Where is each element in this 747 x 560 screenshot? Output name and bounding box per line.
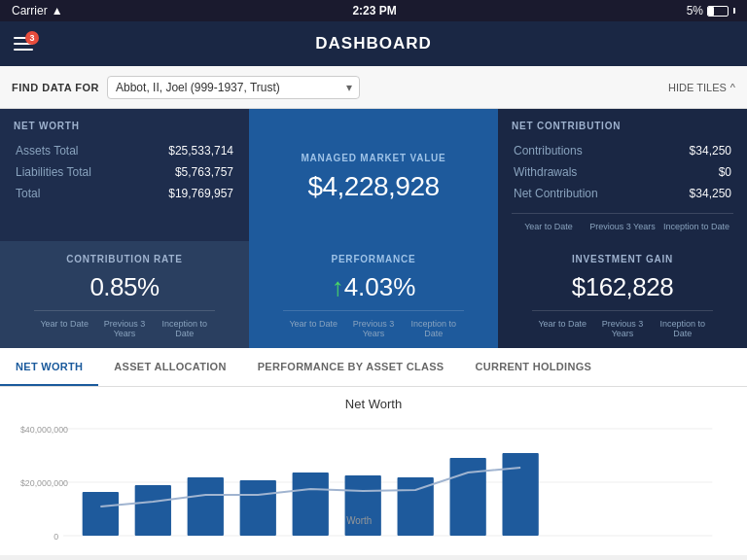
investment-gain-title: INVESTMENT GAIN bbox=[512, 254, 733, 264]
tab-cr-inception-to-date[interactable]: Inception to Date bbox=[155, 317, 215, 340]
svg-text:0: 0 bbox=[53, 532, 58, 542]
svg-text:Worth: Worth bbox=[346, 515, 372, 526]
total-value: $19,769,957 bbox=[134, 184, 233, 203]
mmv-value: $4,228,928 bbox=[307, 171, 439, 202]
hide-tiles-chevron: ^ bbox=[730, 82, 735, 93]
net-contribution-title: NET CONTRIBUTION bbox=[512, 121, 733, 131]
status-left: Carrier ▲ bbox=[12, 4, 63, 18]
liabilities-label: Liabilities Total bbox=[16, 162, 132, 182]
tile-performance: PERFORMANCE ↑4.03% Year to Date Previous… bbox=[249, 241, 498, 348]
hide-tiles-button[interactable]: HIDE TILES ^ bbox=[668, 82, 735, 93]
battery-cap bbox=[733, 8, 735, 14]
withdrawals-label: Withdrawals bbox=[514, 162, 658, 182]
tile-contribution-rate: CONTRIBUTION RATE 0.85% Year to Date Pre… bbox=[0, 241, 249, 348]
app-header: 3 DASHBOARD bbox=[0, 21, 747, 66]
contribution-rate-value: 0.85% bbox=[89, 272, 159, 302]
svg-rect-13 bbox=[450, 458, 486, 536]
investment-gain-value: $162,828 bbox=[572, 272, 673, 302]
find-data-label: FIND DATA FOR bbox=[12, 82, 99, 93]
tab-inception-to-date[interactable]: Inception to Date bbox=[659, 220, 733, 233]
tab-net-worth[interactable]: NET WORTH bbox=[0, 348, 98, 386]
tab-perf-inception-to-date[interactable]: Inception to Date bbox=[404, 317, 464, 340]
performance-time-tabs: Year to Date Previous 3 Years Inception … bbox=[283, 310, 463, 340]
net-contribution-time-tabs: Year to Date Previous 3 Years Inception … bbox=[512, 213, 733, 233]
performance-title: PERFORMANCE bbox=[263, 254, 484, 264]
tab-perf-year-to-date[interactable]: Year to Date bbox=[283, 317, 343, 340]
assets-value: $25,533,714 bbox=[134, 141, 233, 160]
assets-label: Assets Total bbox=[16, 141, 132, 160]
withdrawals-value: $0 bbox=[659, 162, 731, 182]
svg-text:$40,000,000: $40,000,000 bbox=[20, 425, 68, 435]
total-label: Total bbox=[16, 184, 132, 203]
investment-gain-time-tabs: Year to Date Previous 3 Years Inception … bbox=[532, 310, 712, 340]
tile-managed-market-value: MANAGED MARKET VALUE $4,228,928 bbox=[249, 109, 498, 241]
liabilities-value: $5,763,757 bbox=[134, 162, 233, 182]
menu-button[interactable]: 3 bbox=[14, 37, 33, 51]
status-bar: Carrier ▲ 2:23 PM 5% bbox=[0, 0, 747, 21]
mmv-title: MANAGED MARKET VALUE bbox=[301, 153, 445, 163]
tab-ig-previous-3-years[interactable]: Previous 3 Years bbox=[592, 317, 653, 340]
contribution-rate-time-tabs: Year to Date Previous 3 Years Inception … bbox=[34, 310, 214, 340]
net-worth-title: NET WORTH bbox=[14, 121, 235, 131]
chart-area: Net Worth $40,000,000 $20,000,000 0 Wo bbox=[0, 387, 747, 555]
contributions-label: Contributions bbox=[514, 141, 658, 160]
table-row: Total $19,769,957 bbox=[16, 184, 233, 203]
find-data-left: FIND DATA FOR Abbot, II, Joel (999-1937,… bbox=[12, 76, 360, 99]
svg-rect-6 bbox=[83, 492, 119, 536]
svg-text:$20,000,000: $20,000,000 bbox=[20, 478, 68, 488]
page-title: DASHBOARD bbox=[315, 34, 432, 53]
chart-title: Net Worth bbox=[16, 397, 731, 411]
hide-tiles-label: HIDE TILES bbox=[668, 82, 727, 93]
svg-rect-7 bbox=[135, 485, 171, 536]
net-contribution-value: $34,250 bbox=[659, 184, 731, 203]
svg-rect-10 bbox=[293, 472, 329, 536]
performance-value: ↑4.03% bbox=[332, 272, 416, 302]
table-row: Withdrawals $0 bbox=[514, 162, 731, 182]
tab-ig-inception-to-date[interactable]: Inception to Date bbox=[653, 317, 713, 340]
contribution-table: Contributions $34,250 Withdrawals $0 Net… bbox=[512, 139, 733, 205]
find-data-bar: FIND DATA FOR Abbot, II, Joel (999-1937,… bbox=[0, 66, 747, 109]
tab-ig-year-to-date[interactable]: Year to Date bbox=[532, 317, 592, 340]
status-time: 2:23 PM bbox=[352, 4, 396, 18]
tiles-grid: NET WORTH Assets Total $25,533,714 Liabi… bbox=[0, 109, 747, 348]
nav-tabs: NET WORTH ASSET ALLOCATION PERFORMANCE B… bbox=[0, 348, 747, 387]
svg-rect-9 bbox=[240, 480, 276, 536]
tile-net-worth: NET WORTH Assets Total $25,533,714 Liabi… bbox=[0, 109, 249, 241]
tab-year-to-date[interactable]: Year to Date bbox=[512, 220, 586, 233]
account-select-wrapper[interactable]: Abbot, II, Joel (999-1937, Trust) bbox=[107, 76, 360, 99]
table-row: Contributions $34,250 bbox=[514, 141, 731, 160]
performance-number: 4.03% bbox=[344, 272, 416, 301]
chart-container: $40,000,000 $20,000,000 0 Worth bbox=[16, 419, 731, 545]
table-row: Liabilities Total $5,763,757 bbox=[16, 162, 233, 182]
tab-cr-previous-3-years[interactable]: Previous 3 Years bbox=[94, 317, 155, 340]
net-contribution-label: Net Contribution bbox=[514, 184, 658, 203]
battery-icon bbox=[707, 6, 729, 17]
performance-arrow: ↑ bbox=[332, 272, 344, 301]
carrier-label: Carrier bbox=[12, 4, 48, 18]
tab-previous-3-years[interactable]: Previous 3 Years bbox=[586, 220, 659, 233]
svg-rect-14 bbox=[502, 453, 538, 536]
wifi-icon: ▲ bbox=[52, 4, 63, 18]
net-worth-table: Assets Total $25,533,714 Liabilities Tot… bbox=[14, 139, 235, 205]
svg-rect-11 bbox=[345, 475, 381, 536]
table-row: Assets Total $25,533,714 bbox=[16, 141, 233, 160]
tab-perf-previous-3-years[interactable]: Previous 3 Years bbox=[343, 317, 404, 340]
tab-performance-by-asset-class[interactable]: PERFORMANCE BY ASSET CLASS bbox=[242, 348, 460, 386]
svg-rect-8 bbox=[188, 477, 224, 536]
net-worth-chart: $40,000,000 $20,000,000 0 Worth bbox=[16, 419, 731, 545]
contribution-rate-title: CONTRIBUTION RATE bbox=[14, 254, 235, 264]
tile-net-contribution: NET CONTRIBUTION Contributions $34,250 W… bbox=[498, 109, 747, 241]
notification-badge: 3 bbox=[25, 31, 39, 45]
tab-current-holdings[interactable]: CURRENT HOLDINGS bbox=[460, 348, 608, 386]
status-right: 5% bbox=[687, 4, 735, 18]
tab-asset-allocation[interactable]: ASSET ALLOCATION bbox=[98, 348, 241, 386]
table-row: Net Contribution $34,250 bbox=[514, 184, 731, 203]
account-select[interactable]: Abbot, II, Joel (999-1937, Trust) bbox=[107, 76, 360, 99]
tile-investment-gain: INVESTMENT GAIN $162,828 Year to Date Pr… bbox=[498, 241, 747, 348]
battery-label: 5% bbox=[687, 4, 703, 18]
tab-cr-year-to-date[interactable]: Year to Date bbox=[34, 317, 94, 340]
contributions-value: $34,250 bbox=[659, 141, 731, 160]
